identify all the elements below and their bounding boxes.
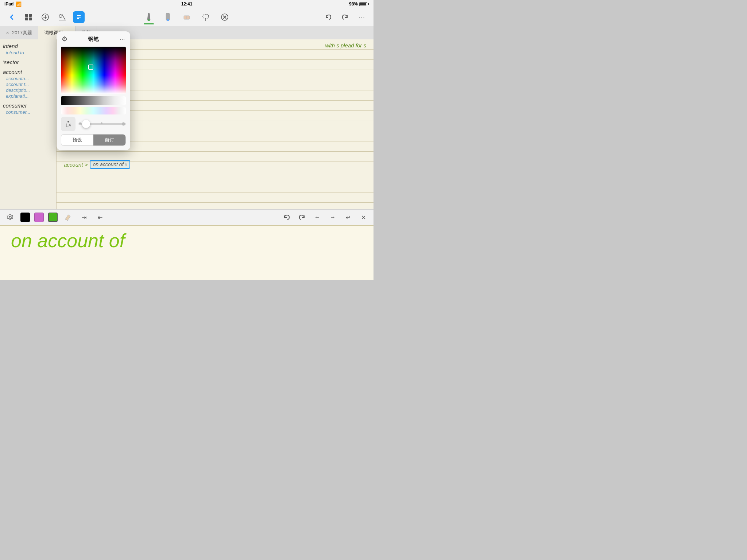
sidebar-sub-description[interactable]: descriptio... xyxy=(6,88,53,93)
undo-icon xyxy=(324,13,332,21)
svg-point-22 xyxy=(9,216,11,218)
sidebar-section-intend: intend intend to xyxy=(3,43,53,55)
slider-dot-large xyxy=(122,122,125,126)
shapes-icon xyxy=(58,13,66,21)
main-toolbar: ··· xyxy=(0,8,374,26)
grid-icon xyxy=(24,13,32,21)
redo-button[interactable] xyxy=(339,11,351,23)
sidebar-sub-consumer[interactable]: consumer... xyxy=(6,109,53,115)
eraser-tool-button[interactable] xyxy=(181,11,193,23)
indent-button[interactable]: ⇥ xyxy=(78,211,90,223)
wifi-icon: 📶 xyxy=(16,1,22,7)
sidebar-word-intend: intend xyxy=(3,43,53,49)
writing-area: on account of xyxy=(0,225,374,280)
add-button[interactable] xyxy=(39,11,51,23)
eraser-icon xyxy=(182,13,191,22)
eraser-bottom-button[interactable] xyxy=(62,211,74,223)
highlight-text: on account of xyxy=(93,162,123,167)
custom-tab[interactable]: 自订 xyxy=(93,135,125,145)
edit-icon xyxy=(76,14,82,20)
size-slider[interactable] xyxy=(78,117,126,131)
settings-icon xyxy=(6,213,14,221)
enter-button[interactable]: ↵ xyxy=(342,211,354,223)
color-purple-swatch[interactable] xyxy=(34,213,44,222)
redo2-button[interactable] xyxy=(296,211,308,223)
marker-tool-button[interactable] xyxy=(162,11,174,23)
svg-rect-1 xyxy=(29,14,32,17)
grid-button[interactable] xyxy=(23,11,34,23)
undo-button[interactable] xyxy=(322,11,334,23)
redo-icon xyxy=(341,13,349,21)
status-right: 98% xyxy=(349,1,369,7)
svg-point-12 xyxy=(148,19,150,21)
grayscale-row[interactable] xyxy=(61,96,126,105)
main-area: intend intend to 'sector account account… xyxy=(0,39,374,225)
color-palette[interactable] xyxy=(61,47,126,94)
sidebar-section-account: account accounta... account f... descrip… xyxy=(3,69,53,99)
close-tool-button[interactable] xyxy=(219,11,231,23)
popup-title: 钢笔 xyxy=(88,36,99,43)
sidebar: intend intend to 'sector account account… xyxy=(0,39,57,225)
popup-header: ⚙ 钢笔 ··· xyxy=(57,31,130,45)
svg-point-7 xyxy=(59,15,62,18)
size-area: 1.4 xyxy=(61,117,126,131)
tab-bar: ✕ 2017真题 词根词缀 ✕ 推荐 xyxy=(0,26,374,39)
popup-tabs: 预设 自订 xyxy=(61,134,126,146)
toolbar-left xyxy=(6,11,85,23)
svg-rect-3 xyxy=(29,18,32,20)
outdent-button[interactable]: ⇤ xyxy=(94,211,106,223)
lasso-icon xyxy=(201,13,210,22)
tab-close-icon[interactable]: ✕ xyxy=(6,31,9,35)
color-picker-popup: ⚙ 钢笔 ··· 1.4 xyxy=(57,31,130,150)
note-plead-text: with s plead for s xyxy=(325,42,366,48)
status-bar: iPad 📶 12:41 98% xyxy=(0,0,374,8)
note-top-text: with s plead for s xyxy=(325,42,366,49)
pastel-row[interactable] xyxy=(61,107,126,114)
pen-tool-button[interactable] xyxy=(143,11,155,23)
eraser-bottom-icon xyxy=(64,213,72,221)
tab-2017[interactable]: ✕ 2017真题 xyxy=(0,26,38,39)
sidebar-section-consumer: consumer consumer... xyxy=(3,102,53,115)
status-time: 12:41 xyxy=(181,1,193,7)
status-left: iPad 📶 xyxy=(4,1,22,7)
sidebar-sub-intend-to[interactable]: intend to xyxy=(6,50,53,55)
highlight-edit-icon: // xyxy=(125,162,127,167)
undo2-icon xyxy=(283,214,290,221)
lasso-tool-button[interactable] xyxy=(200,11,212,23)
slider-dot-small xyxy=(79,122,81,124)
close-circle-icon xyxy=(221,13,229,21)
slider-handle[interactable] xyxy=(82,120,90,128)
popup-gear-icon[interactable]: ⚙ xyxy=(62,35,67,43)
on-account-of-highlight[interactable]: on account of // xyxy=(90,160,130,169)
color-green-swatch[interactable] xyxy=(48,213,58,222)
device-label: iPad xyxy=(4,1,13,7)
writing-text: on account of xyxy=(0,226,374,256)
add-icon xyxy=(41,13,49,21)
sidebar-sub-account-f[interactable]: account f... xyxy=(6,82,53,87)
back-icon xyxy=(8,13,15,21)
shapes-button[interactable] xyxy=(56,11,68,23)
marker-icon xyxy=(163,12,172,22)
svg-rect-0 xyxy=(25,14,28,17)
preset-tab[interactable]: 预设 xyxy=(61,135,93,145)
account-phrase-row: account > on account of // xyxy=(64,160,130,169)
cursor-back-button[interactable]: ← xyxy=(311,211,323,223)
cursor-forward-button[interactable]: → xyxy=(327,211,338,223)
sidebar-sub-accounta[interactable]: accounta... xyxy=(6,76,53,81)
sidebar-sub-explanation[interactable]: explanati... xyxy=(6,93,53,99)
back-button[interactable] xyxy=(6,11,18,23)
close-keyboard-button[interactable]: ✕ xyxy=(357,211,369,223)
svg-point-17 xyxy=(203,14,209,19)
account-label: account > xyxy=(64,162,88,168)
svg-rect-14 xyxy=(167,19,169,21)
battery-percent: 98% xyxy=(349,1,358,7)
sidebar-word-account: account xyxy=(3,69,53,75)
settings-button[interactable] xyxy=(4,211,16,223)
edit-button[interactable] xyxy=(73,11,85,23)
color-black-swatch[interactable] xyxy=(20,213,30,222)
size-thumb: 1.4 xyxy=(61,117,76,131)
popup-more-button[interactable]: ··· xyxy=(120,36,125,42)
undo2-button[interactable] xyxy=(281,211,293,223)
tab-label: 2017真题 xyxy=(12,30,32,36)
more-button[interactable]: ··· xyxy=(356,11,368,23)
